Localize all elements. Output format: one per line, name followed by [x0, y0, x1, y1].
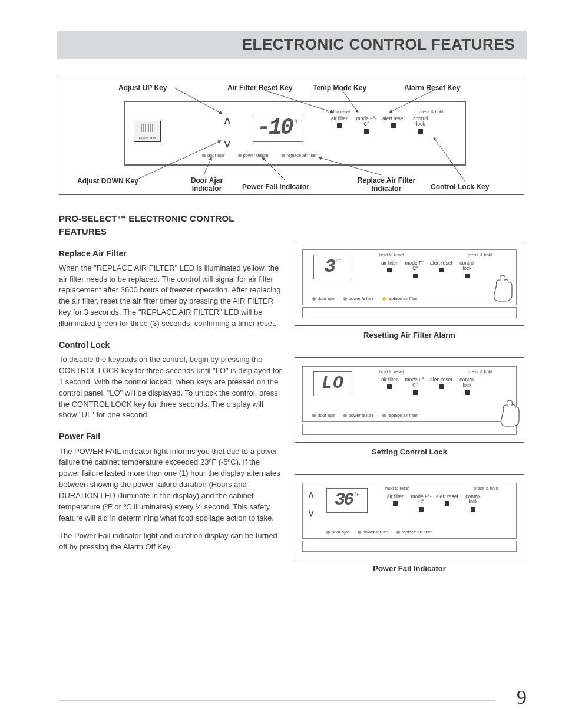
fig3-caption: Power Fail Indicator: [295, 564, 524, 575]
svg-line-8: [434, 137, 465, 181]
para-power-fail-2: The Power Fail indicator light and durat…: [59, 531, 283, 553]
fig2-caption: Setting Control Lock: [295, 447, 524, 458]
para-replace-filter: When the "REPLACE AIR FILTER" LED is ill…: [59, 263, 283, 330]
svg-line-4: [136, 141, 221, 180]
figure-reset-air-filter: 3 °F hold to reset press & hold air filt…: [295, 241, 524, 326]
fig3-display: 36 °F: [326, 488, 368, 513]
para-control-lock: To disable the keypads on the control, b…: [59, 354, 283, 421]
subheading-power-fail: Power Fail: [59, 430, 283, 442]
svg-line-3: [389, 90, 434, 113]
svg-line-0: [174, 88, 222, 114]
page-footer-rule: [59, 700, 495, 701]
figure-power-fail: ᐱ ᐯ 36 °F hold to reset press & hold air…: [295, 474, 524, 559]
svg-line-1: [265, 90, 333, 113]
down-arrow-icon: ᐯ: [309, 509, 313, 519]
fig2-display: LO: [313, 371, 352, 396]
hand-icon: [491, 268, 526, 304]
fig1-caption: Resetting Air Filter Alarm: [295, 330, 524, 341]
para-power-fail-1: The POWER FAIL indicator light informs y…: [59, 446, 283, 524]
svg-line-6: [262, 157, 285, 180]
callout-arrows: [59, 77, 524, 194]
page-title: ELECTRONIC CONTROL FEATURES: [242, 34, 515, 56]
subheading-control-lock: Control Lock: [59, 339, 283, 351]
up-arrow-icon: ᐱ: [309, 490, 313, 500]
page-number: 9: [517, 683, 527, 711]
hand-icon: [498, 393, 533, 429]
subheading-replace-filter: Replace Air Filter: [59, 248, 283, 259]
figure-control-lock: LO hold to reset press & hold air filter…: [295, 357, 524, 443]
svg-line-7: [319, 157, 381, 175]
svg-line-5: [204, 157, 211, 175]
svg-line-2: [342, 90, 358, 113]
control-panel-diagram: Adjust UP Key Air Filter Reset Key Temp …: [59, 77, 524, 195]
fig1-display: 3 °F: [313, 255, 352, 279]
section-heading: PRO-SELECT™ ELECTRONIC CONTROL FEATURES: [59, 212, 283, 238]
section-header-band: ELECTRONIC CONTROL FEATURES: [57, 31, 527, 59]
body-content: PRO-SELECT™ ELECTRONIC CONTROL FEATURES …: [59, 212, 283, 560]
